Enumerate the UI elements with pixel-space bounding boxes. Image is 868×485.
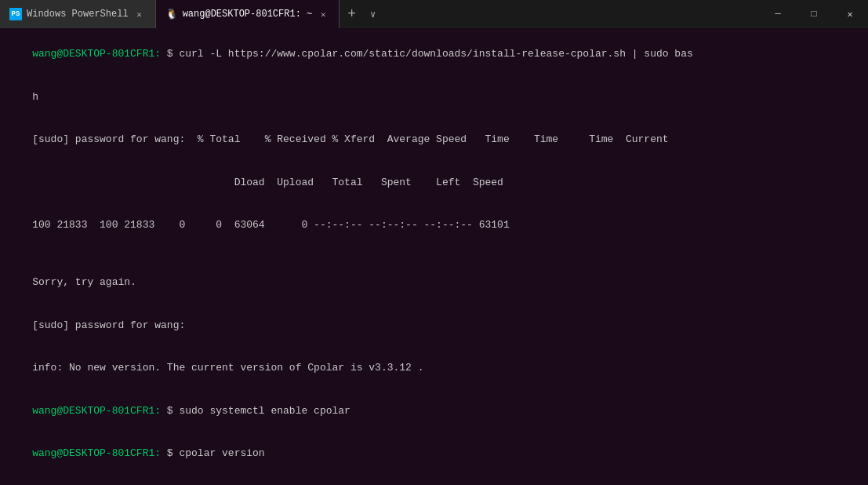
new-tab-button[interactable]: + xyxy=(340,0,364,28)
terminal-line-2: h xyxy=(8,76,860,119)
terminal-line-1: wang@DESKTOP-801CFR1: $ curl -L https://… xyxy=(8,33,860,76)
tab-powershell-label: Windows PowerShell xyxy=(27,9,129,20)
terminal-area[interactable]: wang@DESKTOP-801CFR1: $ curl -L https://… xyxy=(0,28,868,485)
terminal-line-3: [sudo] password for wang: % Total % Rece… xyxy=(8,119,860,162)
minimize-button[interactable]: ─ xyxy=(760,0,796,28)
tab-powershell[interactable]: PS Windows PowerShell ✕ xyxy=(0,0,156,28)
terminal-line-6 xyxy=(8,247,860,261)
windows-icon: PS xyxy=(9,8,22,20)
terminal-line-11: wang@DESKTOP-801CFR1: $ cpolar version xyxy=(8,432,860,476)
terminal-line-7: Sorry, try again. xyxy=(8,261,860,304)
maximize-button[interactable]: □ xyxy=(796,0,832,28)
ubuntu-icon: 🐧 xyxy=(165,8,178,20)
tab-powershell-close[interactable]: ✕ xyxy=(133,8,146,20)
terminal-line-9: info: No new version. The current versio… xyxy=(8,347,860,390)
terminal-line-12: cpolar version 3.3.12 xyxy=(8,476,860,485)
prompt-2: wang@DESKTOP-801CFR1: xyxy=(32,405,161,417)
tab-ubuntu-close[interactable]: ✕ xyxy=(317,8,329,20)
prompt-1: wang@DESKTOP-801CFR1: xyxy=(32,48,161,60)
terminal-line-5: 100 21833 100 21833 0 0 63064 0 --:--:--… xyxy=(8,204,860,247)
terminal-line-8: [sudo] password for wang: xyxy=(8,304,860,348)
titlebar: PS Windows PowerShell ✕ 🐧 wang@DESKTOP-8… xyxy=(0,0,868,28)
tab-ubuntu-label: wang@DESKTOP-801CFR1: ~ xyxy=(183,9,313,20)
tab-ubuntu[interactable]: 🐧 wang@DESKTOP-801CFR1: ~ ✕ xyxy=(156,0,340,28)
terminal-line-10: wang@DESKTOP-801CFR1: $ sudo systemctl e… xyxy=(8,390,860,433)
window-controls: ─ □ ✕ xyxy=(760,0,868,28)
close-button[interactable]: ✕ xyxy=(832,0,868,28)
terminal-line-4: Dload Upload Total Spent Left Speed xyxy=(8,162,860,205)
tab-group: PS Windows PowerShell ✕ 🐧 wang@DESKTOP-8… xyxy=(0,0,382,28)
tab-dropdown-button[interactable]: ∨ xyxy=(364,0,382,28)
prompt-3: wang@DESKTOP-801CFR1: xyxy=(32,447,161,459)
